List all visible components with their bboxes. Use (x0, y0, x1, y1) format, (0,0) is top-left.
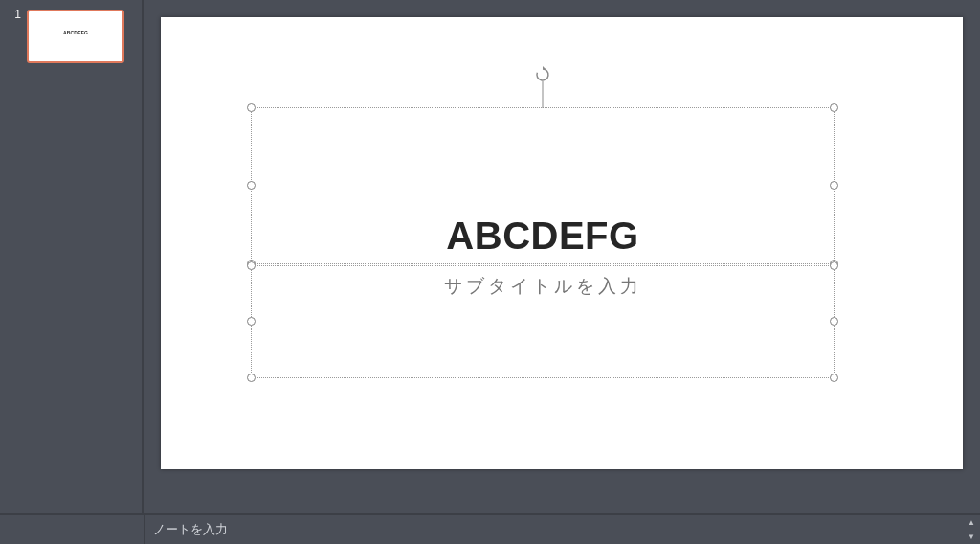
resize-handle-bl[interactable] (247, 374, 256, 382)
slide-thumbnail-panel: 1 ABCDEFG (0, 0, 144, 513)
app-root: 1 ABCDEFG ABCDEFG (0, 0, 980, 544)
title-textbox[interactable]: ABCDEFG (251, 107, 835, 264)
resize-handle-tl[interactable] (247, 103, 256, 112)
notes-gutter (0, 515, 145, 544)
notes-input[interactable]: ノートを入力 (145, 521, 963, 538)
title-text[interactable]: ABCDEFG (252, 215, 834, 258)
resize-handle-mr[interactable] (830, 181, 838, 190)
scroll-down-icon[interactable]: ▼ (963, 530, 980, 544)
notes-pane: ノートを入力 ▲ ▼ (0, 513, 980, 544)
thumbnail-number: 1 (8, 8, 21, 21)
subtitle-textbox[interactable]: サブタイトルを入力 (251, 265, 835, 378)
resize-handle-br[interactable] (830, 374, 838, 382)
thumbnail-row: 1 ABCDEFG (8, 10, 134, 63)
rotate-stem (543, 81, 544, 108)
slide[interactable]: ABCDEFG サブタイトルを入力 (161, 17, 963, 469)
work-area: 1 ABCDEFG ABCDEFG (0, 0, 980, 513)
scroll-up-icon[interactable]: ▲ (963, 515, 980, 530)
resize-handle-tr[interactable] (830, 261, 838, 270)
subtitle-text[interactable]: サブタイトルを入力 (252, 274, 834, 299)
resize-handle-ml[interactable] (247, 317, 256, 326)
slide-thumbnail[interactable]: ABCDEFG (27, 10, 124, 63)
notes-scrollbar: ▲ ▼ (963, 515, 980, 544)
resize-handle-ml[interactable] (247, 181, 256, 190)
thumbnail-title: ABCDEFG (63, 30, 88, 35)
resize-handle-tl[interactable] (247, 261, 256, 270)
resize-handle-mr[interactable] (830, 317, 838, 326)
resize-handle-tr[interactable] (830, 103, 838, 112)
rotate-handle[interactable] (534, 66, 551, 83)
slide-canvas-area: ABCDEFG サブタイトルを入力 (144, 0, 980, 513)
